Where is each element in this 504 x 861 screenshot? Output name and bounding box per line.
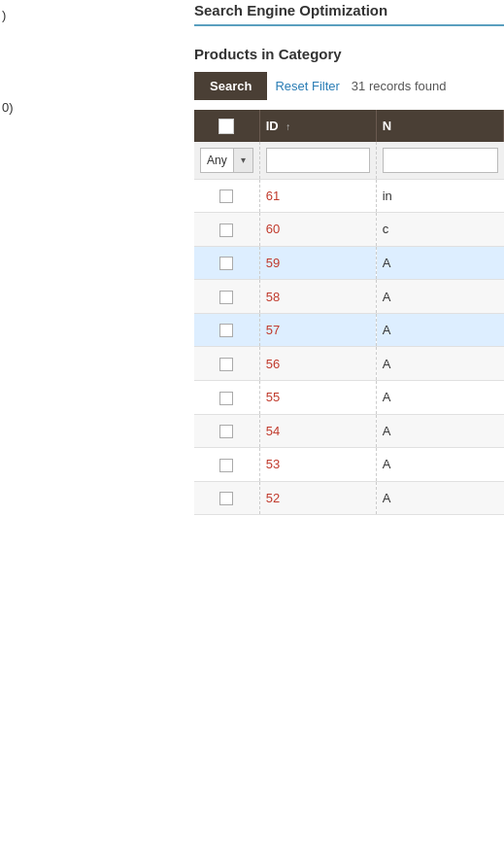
any-dropdown-arrow-icon[interactable]: ▾ [233, 149, 252, 172]
search-button[interactable]: Search [194, 72, 267, 100]
row-id-link[interactable]: 53 [266, 457, 280, 471]
row-checkbox[interactable] [219, 459, 233, 472]
table-row: 60c [194, 213, 504, 247]
row-checkbox[interactable] [219, 257, 233, 270]
row-id-link[interactable]: 57 [266, 323, 280, 337]
row-id-cell: 60 [259, 213, 376, 247]
left-bottom-text: 0) [2, 100, 190, 115]
page-title: Search Engine Optimization [194, 2, 504, 18]
row-checkbox-cell [194, 246, 259, 280]
row-checkbox[interactable] [219, 358, 233, 371]
row-name-cell: A [376, 414, 503, 448]
row-name-cell: A [376, 280, 503, 314]
row-checkbox[interactable] [219, 224, 233, 237]
reset-filter-link[interactable]: Reset Filter [275, 79, 339, 93]
row-checkbox-cell [194, 313, 259, 347]
table-row: 54A [194, 414, 504, 448]
col-name-label: N [383, 119, 391, 133]
table-row: 53A [194, 448, 504, 482]
filter-cell-name [376, 142, 503, 180]
row-checkbox-cell [194, 280, 259, 314]
row-name-cell: A [376, 481, 503, 515]
row-id-cell: 52 [259, 481, 376, 515]
row-name-cell: A [376, 246, 503, 280]
row-checkbox[interactable] [219, 492, 233, 505]
row-id-link[interactable]: 56 [266, 357, 280, 371]
row-checkbox[interactable] [219, 392, 233, 405]
row-name-cell: A [376, 313, 503, 347]
row-checkbox-cell [194, 380, 259, 414]
table-row: 57A [194, 313, 504, 347]
row-checkbox-cell [194, 179, 259, 213]
left-panel: ) 0) [0, 0, 194, 515]
row-name-cell: A [376, 347, 503, 381]
row-checkbox-cell [194, 481, 259, 515]
row-id-cell: 56 [259, 347, 376, 381]
col-checkbox[interactable] [194, 110, 259, 142]
row-name-cell: c [376, 213, 503, 247]
row-checkbox[interactable] [219, 291, 233, 304]
row-id-cell: 53 [259, 448, 376, 482]
products-table: ID ↑ N Any ▾ [194, 110, 504, 515]
section-title: Products in Category [194, 46, 504, 62]
filter-cell-id [259, 142, 376, 180]
row-id-link[interactable]: 54 [266, 424, 280, 438]
col-id-header[interactable]: ID ↑ [259, 110, 376, 142]
name-filter-input[interactable] [383, 148, 498, 173]
col-name-header: N [376, 110, 503, 142]
row-checkbox-cell [194, 414, 259, 448]
row-id-cell: 61 [259, 179, 376, 213]
row-id-link[interactable]: 58 [266, 290, 280, 304]
table-row: 52A [194, 481, 504, 515]
filter-row: Any ▾ [194, 142, 504, 180]
row-id-cell: 59 [259, 246, 376, 280]
row-id-link[interactable]: 52 [266, 491, 280, 505]
row-checkbox-cell [194, 347, 259, 381]
row-id-link[interactable]: 55 [266, 390, 280, 404]
table-row: 55A [194, 380, 504, 414]
row-checkbox[interactable] [219, 189, 233, 203]
col-id-label: ID [266, 119, 279, 133]
page-header: Search Engine Optimization [194, 2, 504, 26]
left-top-text: ) [2, 8, 190, 22]
products-table-wrapper: ID ↑ N Any ▾ [194, 110, 504, 515]
any-select-container[interactable]: Any ▾ [200, 148, 253, 173]
row-id-link[interactable]: 61 [266, 189, 280, 203]
table-row: 58A [194, 280, 504, 314]
table-row: 61in [194, 179, 504, 213]
row-id-link[interactable]: 59 [266, 256, 280, 270]
row-id-cell: 54 [259, 414, 376, 448]
records-count: 31 records found [352, 79, 447, 93]
row-checkbox-cell [194, 213, 259, 247]
row-id-link[interactable]: 60 [266, 222, 280, 236]
header-checkbox[interactable] [218, 119, 234, 134]
section-header: Products in Category [194, 36, 504, 72]
row-id-cell: 57 [259, 313, 376, 347]
row-name-cell: A [376, 380, 503, 414]
row-checkbox[interactable] [219, 324, 233, 337]
sort-arrow-icon: ↑ [286, 121, 290, 132]
table-header-row: ID ↑ N [194, 110, 504, 142]
row-id-cell: 58 [259, 280, 376, 314]
row-checkbox[interactable] [219, 425, 233, 438]
table-row: 56A [194, 347, 504, 381]
row-id-cell: 55 [259, 380, 376, 414]
any-label: Any [201, 151, 233, 170]
row-name-cell: in [376, 179, 503, 213]
table-row: 59A [194, 246, 504, 280]
filter-cell-checkbox: Any ▾ [194, 142, 259, 180]
row-name-cell: A [376, 448, 503, 482]
toolbar: Search Reset Filter 31 records found [194, 72, 504, 100]
id-filter-input[interactable] [266, 148, 370, 173]
row-checkbox-cell [194, 448, 259, 482]
